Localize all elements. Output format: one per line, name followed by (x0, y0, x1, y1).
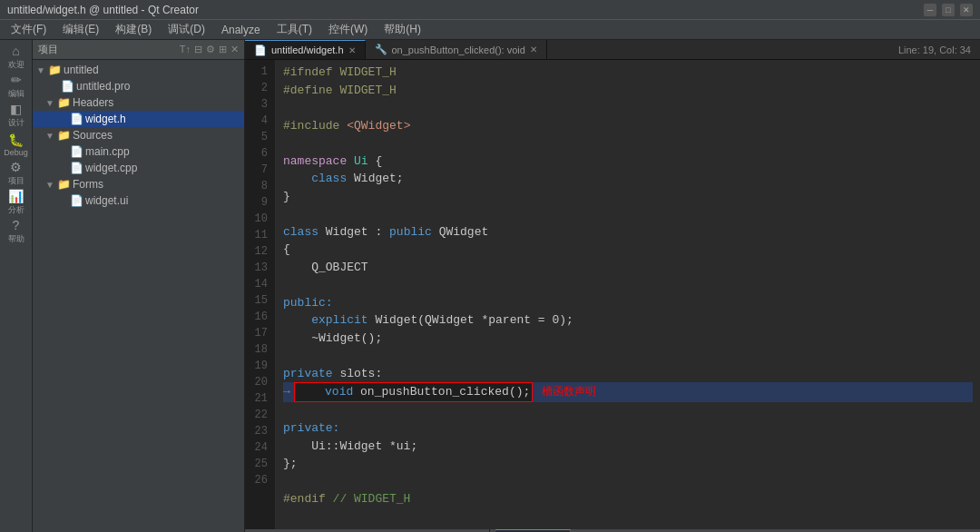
welcome-icon: ⌂ (12, 44, 19, 58)
line-numbers: 12345 678910 1112131415 1617181920 21222… (245, 60, 276, 529)
error-label: 槽函数声明 (542, 384, 596, 400)
menu-help[interactable]: 帮助(H) (377, 20, 428, 39)
design-label: 设计 (8, 117, 24, 129)
code-line-5 (283, 134, 973, 153)
code-line-21: private: (283, 419, 973, 438)
menu-debug[interactable]: 调试(D) (161, 20, 212, 39)
arrow-icon: ▼ (36, 65, 45, 75)
code-line-4: #include <QWidget> (283, 117, 973, 135)
close-tree-icon[interactable]: ✕ (230, 44, 239, 55)
file-icon: 📄 (70, 113, 83, 125)
folder-icon: 📁 (57, 129, 70, 142)
code-line-2: #define WIDGET_H (283, 82, 973, 100)
tree-item-main-cpp[interactable]: 📄 main.cpp (33, 143, 244, 160)
line-col-display: Line: 19, Col: 34 (898, 44, 971, 55)
line-info: Line: 19, Col: 34 (889, 40, 980, 59)
tab-widget-h[interactable]: 📄 untitled/widget.h ✕ (245, 40, 366, 59)
tree-label: widget.h (85, 113, 126, 125)
code-line-24 (283, 473, 973, 491)
left-toolbar: ⌂ 欢迎 ✏ 编辑 ◧ 设计 🐛 Debug ⚙ 项目 📊 分析 ? 帮助 (0, 40, 33, 532)
arrow-icon: ▼ (45, 131, 54, 141)
help-icon: ? (13, 218, 20, 232)
file-tree-icons: T↑ ⊟ ⚙ ⊞ ✕ (180, 44, 239, 55)
arrow-icon: ▼ (45, 180, 54, 190)
menu-edit[interactable]: 编辑(E) (55, 20, 106, 39)
split-icon[interactable]: ⊞ (219, 44, 227, 55)
tab-close-icon[interactable]: ✕ (348, 45, 356, 55)
tree-label: untitled (64, 64, 99, 76)
tab-icon: 📄 (254, 44, 267, 56)
toolbar-design[interactable]: ◧ 设计 (3, 102, 30, 129)
editor-tabs: 📄 untitled/widget.h ✕ 🔧 on_pushButton_cl… (245, 40, 980, 60)
filter-icon[interactable]: T↑ (180, 44, 191, 55)
tree-item-widget-ui[interactable]: 📄 widget.ui (33, 192, 244, 209)
tree-item-widget-h[interactable]: 📄 widget.h (33, 111, 244, 127)
tree-label: Headers (73, 96, 113, 109)
file-tree-header: 项目 T↑ ⊟ ⚙ ⊞ ✕ (33, 40, 244, 60)
file-icon: 📄 (70, 145, 83, 158)
tree-label: Forms (73, 178, 103, 191)
edit-icon: ✏ (11, 73, 22, 87)
menu-build[interactable]: 构建(B) (108, 20, 159, 39)
window-title: untitled/widget.h @ untitled - Qt Creato… (7, 4, 199, 16)
code-line-22: Ui::Widget *ui; (283, 438, 973, 456)
menu-tools[interactable]: 工具(T) (270, 20, 319, 39)
toolbar-analyze[interactable]: 📊 分析 (3, 189, 30, 216)
folder-icon: 📁 (57, 96, 70, 109)
design-icon: ◧ (10, 102, 22, 116)
tab-function[interactable]: 🔧 on_pushButton_clicked(): void ✕ (366, 40, 547, 59)
file-tree-content: ▼ 📁 untitled 📄 untitled.pro ▼ 📁 Headers … (33, 60, 244, 532)
code-line-11: { (283, 241, 973, 259)
tree-label: widget.cpp (85, 162, 137, 174)
tree-item-pro[interactable]: 📄 untitled.pro (33, 78, 244, 94)
tree-item-widget-cpp[interactable]: 📄 widget.cpp (33, 160, 244, 176)
code-line-20 (283, 402, 973, 420)
welcome-label: 欢迎 (8, 59, 24, 71)
code-line-9 (283, 205, 973, 223)
left-side: 项目 T↑ ⊟ ⚙ ⊞ ✕ ▼ 📁 untitled 📄 (33, 40, 245, 532)
close-button[interactable]: ✕ (960, 4, 973, 16)
collapse-icon[interactable]: ⊟ (194, 44, 202, 55)
file-icon: 📄 (61, 80, 74, 93)
file-tree-title: 项目 (38, 43, 58, 56)
code-line-19: → void on_pushButton_clicked(); 槽函数声明 (283, 382, 973, 402)
tree-item-forms[interactable]: ▼ 📁 Forms (33, 176, 244, 192)
code-line-6: namespace Ui { (283, 153, 973, 171)
menu-analyze[interactable]: Analyze (214, 22, 268, 38)
tab-close-icon[interactable]: ✕ (530, 44, 537, 54)
tree-label: widget.ui (85, 194, 128, 207)
toolbar-edit[interactable]: ✏ 编辑 (3, 73, 30, 100)
toolbar-welcome[interactable]: ⌂ 欢迎 (3, 44, 30, 71)
menu-file[interactable]: 文件(F) (4, 20, 54, 39)
code-line-25: #endif // WIDGET_H (283, 490, 973, 508)
tree-item-sources[interactable]: ▼ 📁 Sources (33, 127, 244, 143)
tree-item-untitled[interactable]: ▼ 📁 untitled (33, 62, 244, 78)
code-line-26 (283, 508, 973, 527)
titlebar: untitled/widget.h @ untitled - Qt Creato… (0, 0, 980, 20)
tree-label: untitled.pro (76, 80, 130, 93)
code-line-15: explicit Widget(QWidget *parent = 0); (283, 311, 973, 330)
tree-label: Sources (73, 129, 113, 142)
code-line-23: }; (283, 455, 973, 473)
menubar: 文件(F) 编辑(E) 构建(B) 调试(D) Analyze 工具(T) 控件… (0, 20, 980, 40)
code-line-18: private slots: (283, 365, 973, 383)
window-controls: ─ □ ✕ (924, 4, 973, 16)
project-icon: ⚙ (10, 160, 22, 174)
code-line-10: class Widget : public QWidget (283, 223, 973, 241)
analyze-label: 分析 (8, 204, 24, 216)
settings-icon[interactable]: ⚙ (206, 44, 215, 55)
code-content[interactable]: #ifndef WIDGET_H #define WIDGET_H #inclu… (276, 60, 980, 529)
right-panel: 📄 untitled/widget.h ✕ 🔧 on_pushButton_cl… (245, 40, 980, 532)
maximize-button[interactable]: □ (942, 4, 955, 16)
arrow-icon: ▼ (45, 98, 54, 108)
debug-icon: 🐛 (8, 133, 24, 147)
toolbar-debug[interactable]: 🐛 Debug (3, 131, 30, 158)
tab-label: on_pushButton_clicked(): void (392, 44, 525, 55)
analyze-icon: 📊 (8, 189, 24, 203)
toolbar-project[interactable]: ⚙ 项目 (3, 160, 30, 187)
minimize-button[interactable]: ─ (924, 4, 936, 16)
tree-item-headers[interactable]: ▼ 📁 Headers (33, 94, 244, 111)
help-label: 帮助 (8, 233, 24, 245)
menu-controls[interactable]: 控件(W) (321, 20, 375, 39)
toolbar-help[interactable]: ? 帮助 (3, 218, 30, 245)
